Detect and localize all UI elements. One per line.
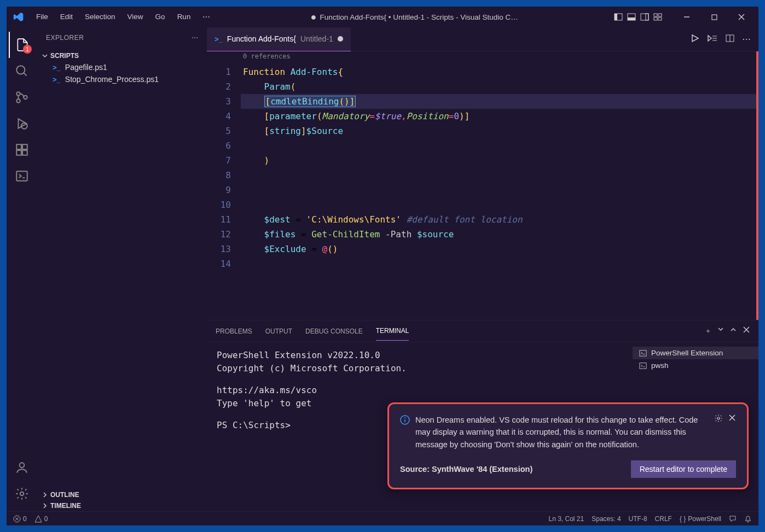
powershell-file-icon: >_ bbox=[53, 63, 61, 72]
editor-actions: ⋯ bbox=[683, 34, 758, 44]
minimap-indicator bbox=[756, 51, 758, 320]
outline-label: OUTLINE bbox=[50, 491, 79, 499]
svg-marker-29 bbox=[708, 36, 711, 41]
activity-search-icon[interactable] bbox=[9, 58, 35, 84]
statusbar: 0 0 Ln 3, Col 21 Spaces: 4 UTF-8 CRLF { … bbox=[7, 511, 758, 525]
terminal-line: Copyright (c) Microsoft Corporation. bbox=[217, 362, 623, 375]
file-pagefile[interactable]: >_ Pagefile.ps1 bbox=[37, 61, 207, 73]
editor-tab[interactable]: >_ Function Add-Fonts{ Untitled-1 bbox=[207, 27, 351, 51]
editor-more-icon[interactable]: ⋯ bbox=[742, 34, 751, 44]
close-panel-icon[interactable] bbox=[743, 326, 750, 336]
error-icon bbox=[13, 515, 21, 523]
svg-marker-48 bbox=[35, 516, 42, 522]
menu-file[interactable]: File bbox=[31, 10, 54, 24]
svg-rect-11 bbox=[712, 15, 717, 20]
svg-rect-21 bbox=[16, 144, 21, 149]
svg-rect-37 bbox=[640, 350, 646, 356]
section-scripts[interactable]: SCRIPTS bbox=[37, 50, 207, 61]
run-icon[interactable] bbox=[691, 34, 699, 44]
sb-cursor-position[interactable]: Ln 3, Col 21 bbox=[549, 515, 584, 523]
file-stop-chrome[interactable]: >_ Stop_Chrome_Process.ps1 bbox=[37, 73, 207, 85]
menu-edit[interactable]: Edit bbox=[55, 10, 78, 24]
explorer-more-icon[interactable]: ⋯ bbox=[192, 34, 199, 42]
terminal-icon bbox=[639, 362, 647, 370]
svg-point-14 bbox=[16, 66, 25, 74]
svg-rect-4 bbox=[641, 14, 648, 20]
svg-rect-1 bbox=[615, 14, 617, 20]
sb-feedback-icon[interactable] bbox=[729, 515, 737, 523]
new-terminal-icon[interactable]: ＋ bbox=[705, 326, 711, 336]
terminal-dropdown-icon[interactable] bbox=[718, 326, 723, 336]
sb-encoding[interactable]: UTF-8 bbox=[629, 515, 647, 523]
panel-tab-output[interactable]: OUTPUT bbox=[265, 322, 292, 341]
activity-source-control-icon[interactable] bbox=[9, 84, 35, 110]
panel-tab-terminal[interactable]: TERMINAL bbox=[376, 321, 409, 341]
activity-powershell-icon[interactable] bbox=[9, 163, 35, 189]
notification-message: Neon Dreams enabled. VS code must reload… bbox=[415, 414, 703, 451]
toggle-secondary-sidebar-icon[interactable] bbox=[639, 11, 650, 22]
panel-tabs: PROBLEMS OUTPUT DEBUG CONSOLE TERMINAL ＋ bbox=[207, 320, 758, 342]
section-outline[interactable]: OUTLINE bbox=[37, 489, 207, 500]
terminal-icon bbox=[639, 349, 647, 357]
customize-layout-icon[interactable] bbox=[652, 11, 663, 22]
panel-tab-problems[interactable]: PROBLEMS bbox=[216, 322, 252, 341]
menu-run[interactable]: Run bbox=[172, 10, 196, 24]
activity-bar: 1 bbox=[7, 27, 37, 511]
window-title: ● Function Add-Fonts{ • Untitled-1 - Scr… bbox=[216, 11, 613, 23]
activity-account-icon[interactable] bbox=[9, 454, 35, 481]
restart-editor-button[interactable]: Restart editor to complete bbox=[631, 460, 736, 478]
terminal-item-ps-ext[interactable]: PowerShell Extension bbox=[633, 347, 758, 359]
run-selection-icon[interactable] bbox=[707, 34, 718, 44]
editor-area: >_ Function Add-Fonts{ Untitled-1 ⋯ 1 2 … bbox=[207, 27, 758, 511]
activity-settings-icon[interactable] bbox=[9, 481, 35, 507]
terminal-item-pwsh[interactable]: pwsh bbox=[633, 359, 758, 372]
powershell-file-icon: >_ bbox=[53, 75, 61, 84]
svg-marker-28 bbox=[692, 35, 698, 42]
toggle-panel-icon[interactable] bbox=[626, 11, 637, 22]
notification-gear-icon[interactable] bbox=[714, 414, 723, 423]
activity-explorer-icon[interactable]: 1 bbox=[9, 32, 35, 58]
sb-errors[interactable]: 0 bbox=[13, 515, 27, 523]
svg-rect-7 bbox=[658, 14, 662, 16]
notification-source: Source: SynthWave '84 (Extension) bbox=[400, 465, 532, 473]
svg-rect-23 bbox=[16, 150, 21, 155]
maximize-panel-icon[interactable] bbox=[730, 326, 737, 336]
activity-extensions-icon[interactable] bbox=[9, 137, 35, 163]
svg-point-40 bbox=[404, 417, 405, 418]
notification-close-icon[interactable] bbox=[728, 414, 736, 423]
sb-bell-icon[interactable] bbox=[744, 515, 752, 523]
file-label: Stop_Chrome_Process.ps1 bbox=[65, 75, 159, 84]
tab-dirty-icon bbox=[338, 36, 343, 42]
toggle-primary-sidebar-icon[interactable] bbox=[613, 11, 624, 22]
code-area[interactable]: 0 references Function Add-Fonts{ Param( … bbox=[241, 51, 758, 320]
panel-tab-debug-console[interactable]: DEBUG CONSOLE bbox=[305, 322, 363, 341]
activity-debug-icon[interactable] bbox=[9, 110, 35, 137]
sb-warnings[interactable]: 0 bbox=[34, 515, 48, 523]
svg-point-17 bbox=[16, 99, 20, 103]
titlebar: File Edit Selection View Go Run ⋯ ● Func… bbox=[7, 7, 758, 27]
section-timeline[interactable]: TIMELINE bbox=[37, 500, 207, 511]
sb-language[interactable]: { } PowerShell bbox=[680, 515, 721, 523]
info-icon bbox=[400, 415, 410, 425]
split-editor-icon[interactable] bbox=[726, 34, 734, 44]
close-button[interactable] bbox=[729, 7, 754, 27]
explorer-badge: 1 bbox=[23, 45, 32, 54]
menu-more-icon[interactable]: ⋯ bbox=[197, 10, 216, 24]
menu-view[interactable]: View bbox=[122, 10, 149, 24]
terminal-label: PowerShell Extension bbox=[651, 349, 723, 357]
menu-go[interactable]: Go bbox=[150, 10, 171, 24]
explorer-header: EXPLORER ⋯ bbox=[37, 27, 207, 48]
codelens[interactable]: 0 references bbox=[241, 52, 758, 65]
minimize-button[interactable] bbox=[674, 7, 699, 27]
sb-eol[interactable]: CRLF bbox=[655, 515, 672, 523]
menu-selection[interactable]: Selection bbox=[79, 10, 121, 24]
chevron-down-icon bbox=[42, 52, 48, 59]
tab-title: Function Add-Fonts{ bbox=[227, 34, 296, 43]
svg-rect-8 bbox=[654, 17, 657, 20]
title-text: Function Add-Fonts{ • Untitled-1 - Scrip… bbox=[320, 13, 518, 21]
svg-rect-6 bbox=[654, 14, 657, 16]
maximize-button[interactable] bbox=[702, 7, 727, 27]
code-editor[interactable]: 1 2 3 4 5 6 7 8 9 10 11 12 13 14 bbox=[207, 51, 758, 320]
sb-spaces[interactable]: Spaces: 4 bbox=[592, 515, 621, 523]
svg-point-27 bbox=[20, 492, 24, 496]
